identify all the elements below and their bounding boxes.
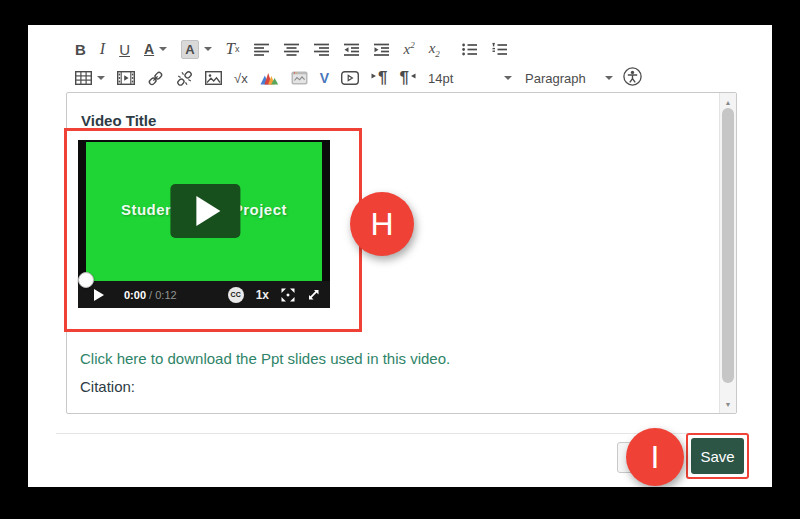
callout-i-letter: I (651, 439, 660, 476)
outdent-button[interactable] (344, 37, 360, 61)
fullscreen-arrows-icon (281, 288, 295, 302)
media-peaks-icon (260, 72, 279, 85)
scrollbar-thumb[interactable] (722, 108, 734, 383)
ppt-download-link[interactable]: Click here to download the Ppt slides us… (80, 350, 450, 367)
video-control-bar: 0:00 / 0:12 CC 1x (78, 281, 330, 308)
paragraph-format-value: Paragraph (525, 71, 586, 86)
align-left-icon (254, 42, 270, 57)
video-embed-button[interactable] (341, 66, 359, 90)
text-color-icon: A (144, 41, 154, 57)
callout-i-badge: I (626, 428, 684, 486)
chevron-down-icon (605, 76, 613, 80)
video-title-text: Video Title (81, 112, 156, 129)
paragraph-format-dropdown[interactable]: Paragraph (525, 65, 613, 91)
media-gallery-button[interactable] (260, 66, 279, 90)
italic-button[interactable]: I (100, 37, 105, 61)
equation-button[interactable]: √x (234, 66, 248, 90)
accessibility-checker-button[interactable] (623, 67, 642, 86)
outdent-icon (344, 42, 360, 57)
play-button[interactable] (94, 289, 104, 301)
underline-icon: U (119, 41, 130, 58)
time-display: 0:00 / 0:12 (124, 289, 177, 301)
align-center-button[interactable] (284, 37, 300, 61)
chevron-down-icon (504, 76, 512, 80)
ltr-paragraph-icon: ¶ (371, 68, 387, 88)
subscript-icon: x2 (429, 40, 440, 59)
align-left-button[interactable] (254, 37, 270, 61)
playback-rate-button[interactable]: 1x (256, 288, 269, 302)
diagonal-expand-icon (307, 288, 320, 301)
clear-formatting-icon: T (226, 39, 235, 59)
clear-formatting-button[interactable]: Tx (226, 37, 240, 61)
image-button[interactable] (205, 66, 222, 90)
callout-h-badge: H (350, 192, 414, 256)
text-color-button[interactable]: A (144, 37, 167, 61)
formatting-toolbar-row1: B I U A A Tx x2 x2 (75, 36, 508, 62)
indent-button[interactable] (374, 37, 390, 61)
v-tool-button[interactable]: V (320, 66, 329, 90)
numbered-list-button[interactable] (492, 37, 508, 61)
font-size-dropdown[interactable]: 14pt (428, 65, 512, 91)
table-icon (75, 71, 92, 85)
bullet-list-button[interactable] (462, 37, 478, 61)
scroll-down-arrow-icon[interactable]: ▼ (720, 397, 736, 411)
cc-icon: CC (231, 291, 241, 298)
video-play-rect-icon (341, 71, 359, 85)
save-button[interactable]: Save (691, 438, 744, 474)
align-center-icon (284, 42, 300, 57)
scroll-up-arrow-icon[interactable]: ▲ (720, 95, 736, 109)
accessibility-icon (623, 67, 642, 86)
embedded-video-player[interactable]: Student Video Project 0:00 / 0:12 CC 1x (78, 140, 330, 308)
align-right-button[interactable] (314, 37, 330, 61)
bullet-list-icon (462, 42, 478, 57)
numbered-list-icon (492, 42, 508, 57)
link-button[interactable] (147, 66, 164, 90)
image-icon (205, 71, 222, 85)
indent-icon (374, 42, 390, 57)
rtl-paragraph-icon: ¶ (399, 68, 415, 88)
citation-label: Citation: (80, 378, 135, 395)
subscript-button[interactable]: x2 (429, 37, 440, 61)
equation-icon: √x (234, 71, 248, 86)
link-icon (147, 70, 164, 87)
captions-button[interactable]: CC (228, 287, 244, 303)
fullscreen-button[interactable] (281, 288, 295, 302)
embed-media-button[interactable] (117, 66, 135, 90)
scrubber-handle[interactable] (78, 272, 94, 288)
superscript-button[interactable]: x2 (404, 37, 415, 61)
superscript-icon: x2 (404, 40, 415, 58)
chevron-down-icon (97, 76, 105, 80)
v-tool-icon: V (320, 70, 329, 86)
chevron-down-icon (159, 47, 167, 51)
film-icon (117, 71, 135, 85)
editor-scrollbar[interactable]: ▲ ▼ (719, 93, 736, 413)
editor-window: B I U A A Tx x2 x2 (28, 25, 772, 487)
ltr-paragraph-button[interactable]: ¶ (371, 66, 387, 90)
play-icon (196, 196, 220, 226)
align-right-icon (314, 42, 330, 57)
insert-toolbar-row2: √x V ¶ ¶ (75, 65, 416, 91)
unlink-button[interactable] (176, 66, 193, 90)
bold-icon: B (75, 41, 86, 58)
font-size-value: 14pt (428, 71, 453, 86)
underline-button[interactable]: U (119, 37, 130, 61)
background-color-icon: A (181, 40, 198, 59)
italic-icon: I (100, 40, 105, 58)
background-color-button[interactable]: A (181, 37, 211, 61)
table-button[interactable] (75, 66, 105, 90)
app-tool-button[interactable] (291, 66, 308, 90)
expand-corner-button[interactable] (307, 288, 320, 301)
callout-h-letter: H (370, 206, 393, 243)
chevron-down-icon (204, 47, 212, 51)
app-window-icon (291, 71, 308, 85)
unlink-icon (176, 70, 193, 87)
bold-button[interactable]: B (75, 37, 86, 61)
rtl-paragraph-button[interactable]: ¶ (399, 66, 415, 90)
video-play-overlay-button[interactable] (170, 184, 240, 238)
